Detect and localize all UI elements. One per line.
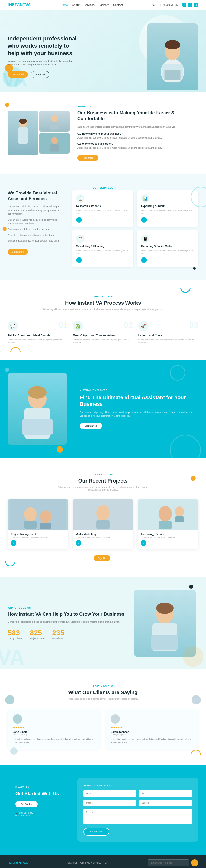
process-section: OUR PROCESS How Instant VA Process Works… [0,280,206,360]
projects-headline: Our Recent Projects [8,478,198,484]
svg-rect-10 [50,122,59,129]
project-arrow-1[interactable]: → [11,540,17,546]
nav-phone: +1 (456) 9036 255 [158,4,179,6]
step-title-1: Tell Us About Your Ideal Assistant [8,334,68,337]
linkedin-icon[interactable]: in [194,3,198,7]
testimonial-card-1: ★★★★★ John Smith CEO, Company Lorem ipsu… [8,709,100,749]
service-title-2: Scheduling & Planning [76,245,129,248]
cta-get-started-button[interactable]: Get Started [16,801,38,807]
service-card-expensing: 📊 Expensing & Admin Lorem ipsum dolor si… [137,190,198,227]
name-input[interactable] [83,790,137,797]
process-headline: How Instant VA Process Works [8,300,198,306]
faq-a1: Adipiscing elit, sed do eiusmod tempor i… [77,136,198,140]
service-more-2[interactable]: + [76,257,82,263]
ve-description: Consectetur adipiscing elit sed do eiusm… [80,410,198,418]
services-description: Consectetur adipiscing elit sed do eiusm… [8,205,64,216]
hero-headline: Independent professional who works remot… [8,35,80,57]
testimonials-section: TESTIMONIALS What Our Clients are Saying… [0,670,206,765]
testimonial-role-1: CEO, Company [13,733,95,736]
service-more-0[interactable]: + [76,217,82,223]
project-title-2: Media Marketing [76,533,130,535]
newsletter-form: → [148,859,198,866]
why-tag: WHY CHOOSE US [8,607,126,609]
submit-button[interactable]: Submit Now [83,828,110,836]
nav-contact[interactable]: Contact [113,3,123,7]
process-step-1: 01 💬 Tell Us About Your Ideal Assistant … [8,321,68,344]
services-description5: Sunt cupidatat ullamco tempor laborum au… [8,239,64,243]
svg-point-14 [28,386,47,399]
subject-input[interactable] [139,800,192,806]
logo[interactable]: INSTANTVA [8,3,31,7]
project-img-3 [138,499,198,530]
projects-signup-button[interactable]: Sign Up [94,555,110,561]
newsletter-input[interactable] [148,859,189,866]
process-sub: Adipiscing elit sed do eiusmod tempor in… [8,308,198,311]
service-more-1[interactable]: + [141,217,147,223]
about-us-button[interactable]: About Us [31,71,49,78]
project-arrow-3[interactable]: → [141,540,146,546]
service-card-research: 📋 Research & Reports Lorem ipsum dolor s… [72,190,134,227]
nav-about[interactable]: About [72,3,80,7]
stat-happy-clients: 583 Happy Clients [8,629,22,640]
about-person1-svg [12,115,33,151]
stat-projects-done: 825 Projects Done [30,629,45,640]
about-content: ABOUT US Our Business is to Making Your … [77,105,198,161]
read-more-button[interactable]: Read More [77,155,98,161]
service-more-3[interactable]: + [141,257,147,263]
nav-pages[interactable]: Pages ▾ [99,3,109,7]
twitter-icon[interactable]: t [188,3,193,7]
services-get-started-button[interactable]: Get Started [8,249,28,255]
why-deco-circle [183,646,203,667]
testimonials-deco-arc [190,749,201,755]
cta-phone: 📞 Call Us Today 000 8036 255 [16,812,62,817]
email-input[interactable] [139,790,192,797]
ve-get-started-button[interactable]: Get Started [80,423,102,429]
ve-deco-circle [170,435,201,458]
svg-rect-24 [96,520,110,529]
step-desc-2: Lorem ipsum dolor sit amet consectetur a… [73,338,133,344]
service-card-scheduling: 📅 Scheduling & Planning Lorem ipsum dolo… [72,230,134,267]
hero-section: VA Independent professional who works re… [0,10,206,92]
facebook-icon[interactable]: f [182,3,186,7]
project-img-2 [72,499,134,530]
cta-phone-label: Call Us Today [19,812,33,814]
logo-accent: VA [25,3,31,7]
project-img3-svg [140,499,196,530]
step-title-3: Launch and Track [138,334,198,337]
project-card-2: Media Marketing Lorem ipsum dolor sit am… [72,499,134,549]
footer-newsletter: INSTANTVA SIGN UP FOR THE NEWSLETTER → [0,855,206,868]
hero-description: You can easily entrust your virtual assi… [8,60,75,66]
phone-input[interactable] [83,800,137,806]
nav-services[interactable]: Services [83,3,94,7]
svg-rect-21 [40,523,52,529]
cta-phone-number: 000 8036 255 [16,814,30,817]
service-desc-2: Lorem ipsum dolor sit amet consectetur a… [76,249,129,255]
logo-text: INSTANT [8,3,25,7]
project-desc-3: Lorem ipsum dolor sit amet consectetur. [141,536,195,539]
services-left: We Provide Best Virtual Assistant Servic… [8,190,64,267]
stat-num-1: 825 [30,629,45,637]
about-img-bottom-right [39,133,69,154]
about-tag: ABOUT US [77,105,198,108]
about-img-top-right [39,111,69,131]
newsletter-submit-button[interactable]: → [191,859,198,866]
project-card-1: Project Management Lorem ipsum dolor sit… [8,499,68,549]
services-section: OUR SERVICES We Provide Best Virtual Ass… [0,174,206,280]
about-headline: Our Business is to Making Your life Easi… [77,110,198,122]
message-textarea[interactable] [83,809,192,824]
projects-deco-arc [5,561,16,566]
testimonial-text-1: Lorem ipsum dolor sit amet consectetur a… [13,738,95,744]
testimonial-name-2: Sarah Johnson [111,731,193,733]
project-arrow-2[interactable]: → [76,540,81,546]
svg-rect-16 [22,419,53,435]
research-icon: 📋 [76,194,85,203]
get-started-button[interactable]: Get Started [8,71,28,78]
nav-home[interactable]: Home [60,3,68,7]
testimonials-sub: Adipiscing elit sed do eiusmod tempor in… [8,698,198,700]
testimonial-stars-2: ★★★★★ [111,726,193,729]
testimonial-avatar-1 [13,714,22,723]
why-person-svg [139,595,190,657]
about-section: ABOUT US Our Business is to Making Your … [0,92,206,174]
cta-tag: READY TO [16,785,62,788]
step-icon-3: 🚀 [138,321,149,331]
